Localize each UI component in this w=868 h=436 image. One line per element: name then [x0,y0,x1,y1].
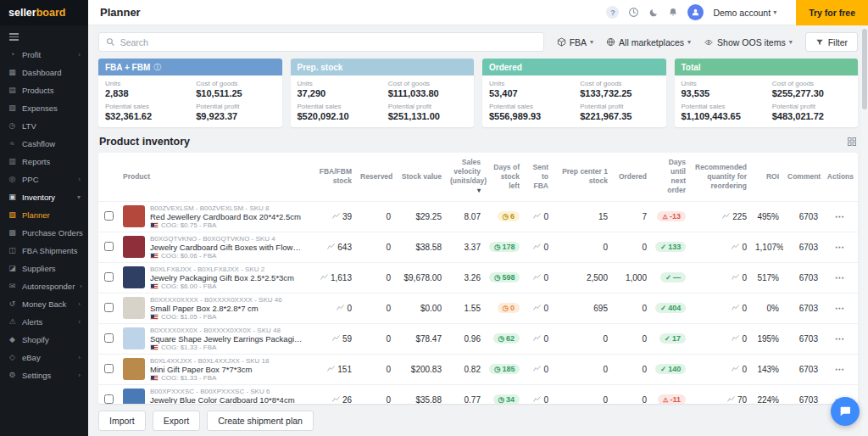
col-comment[interactable]: Comment [783,153,822,201]
row-checkbox[interactable] [104,333,114,343]
potential-sales-metric: Potential sales $520,092.10 [298,103,388,121]
more-actions-icon[interactable]: ⋯ [835,364,845,374]
product-cell[interactable]: B0XL4XXJXX - B0XL4XXJXX - SKU 18 Mini Gi… [123,357,303,382]
sidebar-item-alerts[interactable]: ⚠ Alerts › [0,313,88,331]
sidebar-item-ebay[interactable]: ◇ eBay › [0,349,88,366]
sidebar-item-products[interactable]: ▤ Products [0,81,88,99]
help-icon[interactable]: ? [606,6,619,19]
sidebar-item-profit[interactable]: ◔ Profit › [0,46,88,64]
col-days-until-next-order[interactable]: Days until next order [651,153,690,201]
sidebar-item-planner[interactable]: ▨ Planner [0,206,88,224]
fba-fbm-stock-value: 643 [337,243,352,252]
sidebar-item-autoresponder[interactable]: ✉ Autoresponder › [0,277,88,295]
col-recommended-quantity[interactable]: Recommended quantity for reordering [690,153,751,201]
account-menu[interactable]: Demo account ▾ [713,8,776,18]
comment-value: 6703 [799,395,818,404]
import-button[interactable]: Import [98,411,146,431]
more-actions-icon[interactable]: ⋯ [835,333,845,344]
more-actions-icon[interactable]: ⋯ [835,211,845,221]
product-cell[interactable]: B00XPXXXSC - B00XPXXXSC - SKU 6 Jewelry … [123,388,303,404]
sidebar-item-inventory[interactable]: ▣ Inventory ▾ [0,188,88,206]
sidebar-item-icon: ▤ [8,86,17,94]
col-sent-to-fba[interactable]: Sent to FBA [524,153,553,201]
profit-label: Potential profit [388,103,467,110]
sidebar-item-settings[interactable]: ⚙ Settings › [0,366,88,384]
sales-label: Potential sales [682,103,772,110]
product-cell[interactable]: B0XGQTVKNO - B0XGQTVKNO - SKU 4 Jewelry … [123,235,303,260]
dark-mode-moon-icon[interactable] [648,8,659,18]
profit-value: $251,131.00 [388,111,467,121]
product-cog: COG: $0.75 - FBA [161,221,216,229]
hamburger-menu-icon[interactable] [0,25,88,46]
sidebar-item-money-back[interactable]: ↺ Money Back › [0,295,88,313]
create-shipment-plan-button[interactable]: Create shipment plan [207,411,314,431]
table-row: B0XL4XXJXX - B0XL4XXJXX - SKU 18 Mini Gi… [98,354,858,384]
fba-dropdown[interactable]: FBA ▾ [557,37,593,48]
row-checkbox[interactable] [104,303,114,312]
reserved-value: 0 [386,243,391,252]
ordered-value: 1,000 [626,273,647,282]
sidebar-item-suppliers[interactable]: ◪ Suppliers [0,260,88,277]
show-oos-dropdown[interactable]: Show OOS items ▾ [704,37,793,48]
fba-fbm-stock-value: 1,613 [331,273,352,282]
product-cell[interactable]: B00ZVEXLSM - B00ZVEXLSM - SKU 8 Red Jewe… [123,204,303,229]
product-name: Jewelry Packaging Gift Box 2.5*2.5*3cm [150,273,303,282]
sales-velocity-value: 3.26 [465,273,481,282]
export-button[interactable]: Export [153,411,200,431]
col-fba-fbm-stock[interactable]: FBA/FBM stock [307,153,356,201]
sidebar-item-dashboard[interactable]: ▦ Dashboard [0,64,88,81]
col-product[interactable]: Product [119,153,307,201]
row-checkbox[interactable] [104,242,114,251]
product-cog: COG: $0.06 - FBA [161,252,216,260]
trend-sparkline-icon [533,243,541,250]
row-checkbox[interactable] [104,211,114,221]
search-input[interactable] [120,37,537,48]
sidebar-item-ltv[interactable]: ◷ LTV [0,117,88,135]
sidebar-item-cashflow[interactable]: ≈ Cashflow [0,135,88,153]
marketplaces-dropdown[interactable]: All marketplaces ▾ [606,37,691,48]
box-icon [557,37,566,47]
more-actions-icon[interactable]: ⋯ [835,272,845,282]
col-sales-velocity[interactable]: Sales velocity (units/day) [446,153,485,201]
sidebar-item-expenses[interactable]: ▧ Expenses [0,99,88,117]
try-for-free-button[interactable]: Try for free [796,0,868,25]
product-cell[interactable]: B0XLFX8JXX - B0XLFX8JXX - SKU 2 Jewelry … [123,266,303,290]
col-reserved[interactable]: Reserved [356,153,395,201]
sidebar-nav: ◔ Profit › ▦ Dashboard ▤ Products [0,46,88,436]
product-cell[interactable]: B0XXXX0XX0X - B0XXXX0XX0X - SKU 48 Squar… [123,327,303,351]
recommended-quantity-value: 0 [742,365,747,374]
days-until-next-order-badge: 133 [655,242,686,252]
card-fba-fbm: FBA + FBM ⓘ Units 2,838 Cost of goods $1… [98,59,282,127]
more-actions-icon[interactable]: ⋯ [835,242,845,252]
column-settings-icon[interactable] [847,137,857,147]
product-cell[interactable]: B0XXXX0XXXX - B0XXXX0XXXX - SKU 46 Small… [123,296,303,321]
col-prep-center-stock[interactable]: Prep center 1 stock [553,153,612,201]
sidebar-item-reports[interactable]: ▥ Reports [0,153,88,170]
history-clock-icon[interactable] [628,7,639,18]
row-checkbox[interactable] [104,272,114,282]
col-stock-value[interactable]: Stock value [395,153,446,201]
sidebar-item-shopify[interactable]: ◆ Shopify [0,331,88,349]
sidebar-item-fba-shipments[interactable]: ◫ FBA Shipments [0,242,88,260]
row-checkbox[interactable] [104,364,114,373]
vertical-scrollbar[interactable] [861,26,868,436]
notifications-bell-icon[interactable] [668,7,678,18]
filter-button[interactable]: Filter [805,32,858,52]
ordered-value: 7 [642,212,647,221]
col-roi[interactable]: ROI [751,153,783,201]
cog-metric: Cost of goods $111,033.80 [388,80,467,98]
row-checkbox[interactable] [104,394,114,404]
badge-icon [494,243,500,251]
scrollbar-thumb[interactable] [862,29,867,109]
col-days-of-stock-left[interactable]: Days of stock left [485,153,524,201]
sidebar-item-icon: ◷ [8,121,17,130]
sidebar-item-purchase-orders[interactable]: ▩ Purchase Orders [0,224,88,242]
user-avatar[interactable] [687,4,704,20]
sidebar-item-icon: ▥ [8,157,17,165]
fba-dropdown-label: FBA [570,37,587,48]
sidebar-item-ppc[interactable]: ◎ PPC › [0,170,88,188]
more-actions-icon[interactable]: ⋯ [835,303,845,313]
chat-bubble-button[interactable] [831,397,860,426]
col-ordered[interactable]: Ordered [612,153,651,201]
cog-metric: Cost of goods $133,732.25 [580,80,659,98]
